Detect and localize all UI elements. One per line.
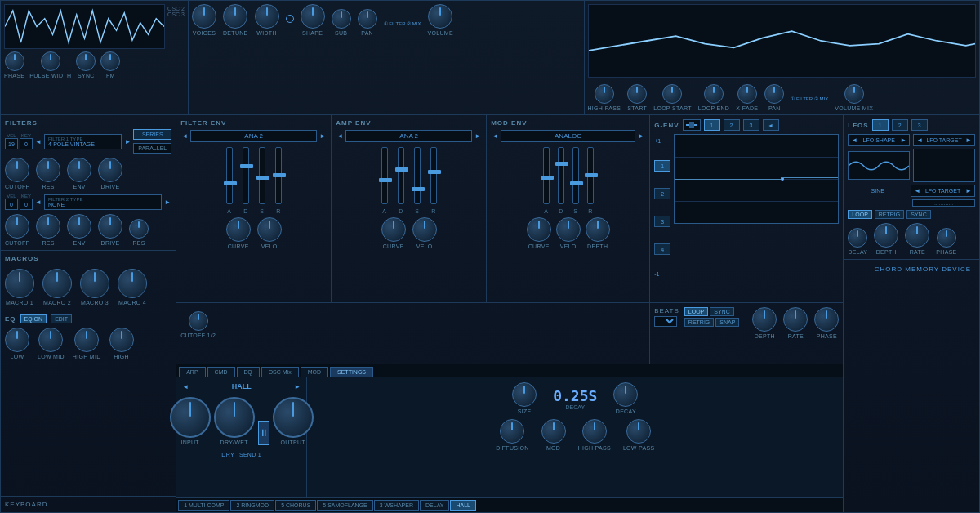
parallel-button[interactable]: PARALLEL <box>133 143 172 154</box>
fx-bottom-samoflange[interactable]: 5 SAMOFLANGE <box>317 500 372 511</box>
beats-depth-knob[interactable] <box>752 307 777 332</box>
lfo-target1-prev[interactable]: ◄ <box>915 136 924 144</box>
cutoff1-knob[interactable] <box>5 158 29 182</box>
eq-high-mid-knob[interactable] <box>74 328 99 352</box>
shape-knob[interactable] <box>301 4 325 29</box>
lfo-shape-next[interactable]: ► <box>899 136 907 144</box>
filter1-prev-btn[interactable]: ◄ <box>34 138 42 145</box>
filter1-next-btn[interactable]: ► <box>123 138 131 145</box>
decay-knob[interactable] <box>613 382 638 407</box>
eq-low-mid-knob[interactable] <box>38 328 63 352</box>
input-large-knob[interactable] <box>170 397 211 438</box>
xfade-knob[interactable] <box>737 84 757 104</box>
res-extra-knob[interactable] <box>129 219 149 239</box>
eq-high-knob[interactable] <box>109 328 134 352</box>
fx-bottom-wshaper[interactable]: 3 WSHAPER <box>374 500 419 511</box>
output-large-knob[interactable] <box>273 397 314 438</box>
mod-a-fader[interactable] <box>543 147 550 204</box>
filter2-next-btn[interactable]: ► <box>163 199 172 206</box>
fx-bottom-delay[interactable]: DELAY <box>420 500 449 511</box>
loop-button[interactable]: LOOP <box>684 307 708 316</box>
amp-velo-knob[interactable] <box>412 217 437 242</box>
lfo-delay-knob[interactable] <box>848 228 867 248</box>
lfo-retrig-button[interactable]: RETRIG <box>875 210 904 219</box>
lfo-phase-knob[interactable] <box>937 228 956 248</box>
filter-curve-knob[interactable] <box>226 217 251 242</box>
sync-knob[interactable] <box>76 51 96 71</box>
amp-env-prev[interactable]: ◄ <box>336 132 344 140</box>
filter2-prev-btn[interactable]: ◄ <box>34 199 42 206</box>
filter-d-fader[interactable] <box>243 147 249 204</box>
pulse-width-knob[interactable] <box>41 51 60 71</box>
lfo-depth-knob[interactable] <box>874 223 898 248</box>
phase-knob[interactable] <box>5 51 24 71</box>
amp-curve-knob[interactable] <box>381 217 406 242</box>
env1-knob[interactable] <box>67 158 91 182</box>
fx-tab-oscmix[interactable]: OSC Mix <box>261 367 299 377</box>
fx-bottom-ringmod[interactable]: 2 RINGMOD <box>230 500 274 511</box>
mod-knob[interactable] <box>541 419 566 444</box>
mod-env-next[interactable]: ► <box>637 132 645 140</box>
amp-env-next[interactable]: ► <box>474 132 482 140</box>
lfo-shape-prev[interactable]: ◄ <box>850 136 858 144</box>
detune-knob[interactable] <box>223 4 247 29</box>
fx-bottom-hall[interactable]: HALL <box>450 500 476 511</box>
highpass-knob[interactable] <box>595 84 614 104</box>
reverb-prev-btn[interactable]: ◄ <box>181 383 189 390</box>
volume-mix-knob[interactable] <box>844 84 864 104</box>
cutoff2-knob[interactable] <box>5 214 29 239</box>
macro2-knob[interactable] <box>42 269 72 298</box>
filter-env-next[interactable]: ► <box>318 132 327 140</box>
voices-knob[interactable] <box>192 4 216 29</box>
loop-start-knob[interactable] <box>662 84 682 104</box>
amp-d-fader[interactable] <box>398 147 404 204</box>
pan2-knob[interactable] <box>764 84 784 104</box>
retrig-button[interactable]: RETRIG <box>684 318 714 327</box>
env2-knob[interactable] <box>67 214 91 239</box>
cutoff-half-knob[interactable] <box>189 311 208 331</box>
macro3-knob[interactable] <box>80 269 109 298</box>
pause-button[interactable]: ⏸ <box>258 421 270 445</box>
genv-tab-2[interactable]: 2 <box>724 119 740 131</box>
pan-knob[interactable] <box>358 9 377 29</box>
beats-select[interactable]: 8416 <box>654 316 677 327</box>
drive2-knob[interactable] <box>98 214 122 239</box>
snap-button[interactable]: SNAP <box>715 318 739 327</box>
mod-r-fader[interactable] <box>587 147 594 204</box>
size-knob[interactable] <box>512 382 537 407</box>
sub-knob[interactable] <box>332 9 351 29</box>
genv-num-2[interactable]: 2 <box>654 188 670 199</box>
lfo-target1-next[interactable]: ► <box>964 136 973 144</box>
fx-tab-mod[interactable]: MOD <box>301 367 328 377</box>
edit-button[interactable]: EDIT <box>51 314 72 323</box>
genv-num-3[interactable]: 3 <box>654 216 670 227</box>
drive1-knob[interactable] <box>98 158 122 182</box>
drywet-large-knob[interactable] <box>214 397 255 438</box>
genv-tab-3[interactable]: 3 <box>743 119 760 131</box>
diffusion-knob[interactable] <box>500 419 524 444</box>
volume-knob[interactable] <box>428 4 452 29</box>
eq-on-button[interactable]: EQ ON <box>20 314 47 323</box>
highpass-fx-knob[interactable] <box>582 419 607 444</box>
fm-knob[interactable] <box>100 51 120 71</box>
mod-velo-knob[interactable] <box>556 217 581 242</box>
filter-r-fader[interactable] <box>275 147 282 204</box>
fx-tab-settings[interactable]: SETTINGS <box>330 367 373 377</box>
series-button[interactable]: SERIES <box>133 129 172 140</box>
res2-knob[interactable] <box>36 214 60 239</box>
width-knob[interactable] <box>255 4 279 29</box>
start-knob[interactable] <box>627 84 647 104</box>
fx-bottom-chorus[interactable]: 5 CHORUS <box>275 500 316 511</box>
filter-s-fader[interactable] <box>259 147 265 204</box>
filter-a-fader[interactable] <box>226 147 233 204</box>
lfo-rate-knob[interactable] <box>905 223 929 248</box>
mod-s-fader[interactable] <box>572 147 579 204</box>
loop-end-knob[interactable] <box>704 84 724 104</box>
lowpass-fx-knob[interactable] <box>626 419 651 444</box>
amp-r-fader[interactable] <box>430 147 437 204</box>
genv-tab-more[interactable]: ◄ <box>763 119 779 131</box>
fx-tab-cmd[interactable]: CMD <box>207 367 235 377</box>
lfo-tab-1[interactable]: 1 <box>872 119 889 131</box>
amp-s-fader[interactable] <box>414 147 421 204</box>
filter-env-prev[interactable]: ◄ <box>180 132 189 140</box>
